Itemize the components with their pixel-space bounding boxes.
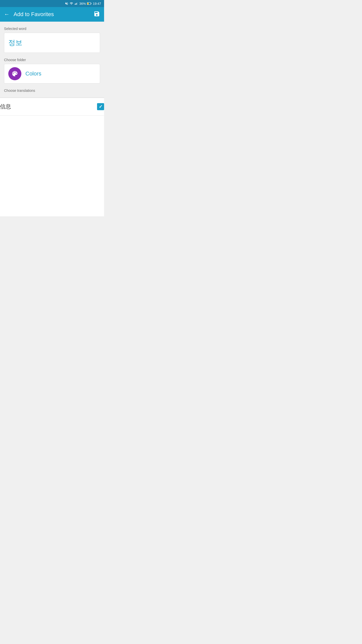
selected-word-value: 정보 xyxy=(8,39,22,47)
choose-translations-label: Choose translations xyxy=(4,89,100,93)
svg-rect-0 xyxy=(75,4,75,5)
svg-text:⚡: ⚡ xyxy=(87,3,89,5)
status-bar: 36% ⚡ 19:47 xyxy=(0,0,104,7)
svg-rect-3 xyxy=(77,3,77,5)
translation-item[interactable]: 信息 ✓ xyxy=(0,98,104,116)
page-title: Add to Favorites xyxy=(14,11,54,18)
palette-icon xyxy=(11,70,18,77)
save-button[interactable] xyxy=(94,11,100,18)
app-bar-left: ← Add to Favorites xyxy=(4,11,54,18)
battery-percentage: 36% xyxy=(79,2,86,6)
main-content: Selected word 정보 Choose folder Colors Ch… xyxy=(0,22,104,98)
battery-icon: ⚡ xyxy=(87,2,92,5)
translation-text: 信息 xyxy=(0,103,11,110)
mute-icon xyxy=(65,2,68,5)
svg-rect-1 xyxy=(76,3,76,5)
folder-name: Colors xyxy=(25,70,41,77)
choose-folder-label: Choose folder xyxy=(4,58,100,62)
time-display: 19:47 xyxy=(93,2,101,6)
empty-area xyxy=(0,116,104,216)
translations-list: 信息 ✓ xyxy=(0,98,104,116)
selected-word-label: Selected word xyxy=(4,27,100,31)
folder-icon-circle xyxy=(8,67,21,80)
back-button[interactable]: ← xyxy=(4,11,10,18)
translation-checkbox[interactable]: ✓ xyxy=(97,103,104,110)
save-icon xyxy=(94,11,100,17)
signal-icon xyxy=(74,2,78,5)
status-icons: 36% ⚡ 19:47 xyxy=(65,2,101,6)
folder-selector[interactable]: Colors xyxy=(4,64,100,84)
wifi-icon xyxy=(70,2,73,5)
selected-word-box: 정보 xyxy=(4,33,100,53)
svg-rect-5 xyxy=(91,3,92,4)
checkmark-icon: ✓ xyxy=(99,104,103,109)
svg-rect-2 xyxy=(76,3,77,5)
app-bar: ← Add to Favorites xyxy=(0,7,104,22)
